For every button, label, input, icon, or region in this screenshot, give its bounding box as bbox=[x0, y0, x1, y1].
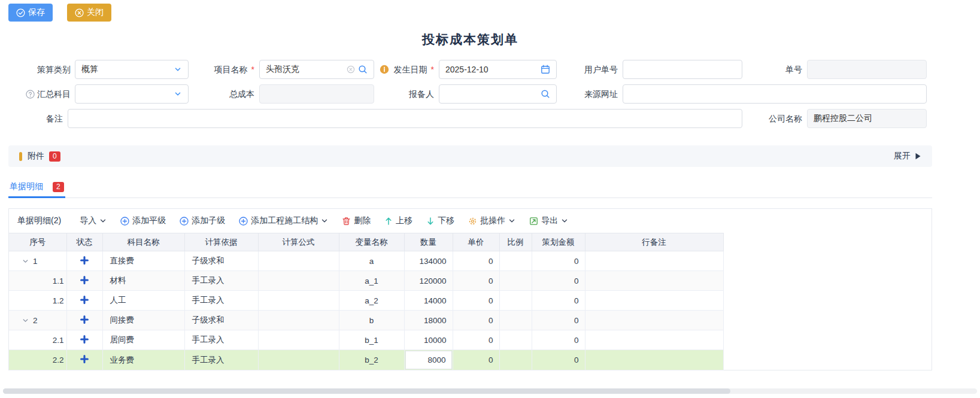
project-value: 头孢沃克 bbox=[266, 64, 344, 75]
cell-formula bbox=[258, 350, 339, 370]
plus-icon[interactable] bbox=[80, 335, 89, 344]
toolbar-button-delete[interactable]: 删除 bbox=[342, 215, 371, 226]
toolbar-button-batch[interactable]: 批操作 bbox=[468, 215, 515, 226]
plus-icon[interactable] bbox=[80, 315, 89, 324]
toolbar-button-add-sibling[interactable]: 添加平级 bbox=[120, 215, 166, 226]
gear-icon bbox=[468, 217, 477, 226]
cell-ratio bbox=[499, 350, 532, 370]
cell-status bbox=[66, 271, 102, 291]
table-row[interactable]: 1.2人工手工录入a_21400000 bbox=[9, 291, 723, 311]
calendar-icon[interactable] bbox=[541, 65, 550, 74]
toolbar-button-export[interactable]: 导出 bbox=[529, 215, 568, 226]
cell-name: 间接费 bbox=[102, 311, 184, 330]
cell-basis: 手工录入 bbox=[184, 330, 258, 350]
scrollbar-thumb[interactable] bbox=[3, 388, 730, 394]
table-row[interactable]: 2间接费子级求和b1800000 bbox=[9, 311, 723, 330]
summary-select[interactable] bbox=[75, 84, 189, 104]
cell-amount: 0 bbox=[532, 271, 585, 291]
cell-name: 直接费 bbox=[102, 251, 184, 271]
search-icon[interactable] bbox=[541, 89, 550, 99]
top-action-bar: 保存 关闭 bbox=[8, 4, 111, 22]
cell-qty: 134000 bbox=[404, 251, 453, 271]
reporter-input[interactable] bbox=[439, 84, 557, 104]
col-header-amount: 策划金额 bbox=[532, 233, 585, 251]
toolbar-button-group: 导入添加平级添加子级添加工程施工结构删除上移下移批操作导出 bbox=[80, 215, 568, 226]
cell-price: 0 bbox=[453, 330, 499, 350]
cell-name: 居间费 bbox=[102, 330, 184, 350]
save-button[interactable]: 保存 bbox=[8, 4, 53, 22]
plus-icon[interactable] bbox=[80, 256, 89, 265]
toolbar-button-move-down[interactable]: 下移 bbox=[426, 215, 454, 226]
row-number: 1.2 bbox=[9, 296, 66, 305]
table-row[interactable]: 1直接费子级求和a13400000 bbox=[9, 251, 723, 271]
tree-caret-icon[interactable] bbox=[22, 317, 29, 324]
project-input[interactable]: 头孢沃克 bbox=[259, 60, 374, 79]
cell-name: 业务费 bbox=[102, 350, 184, 370]
category-select[interactable]: 概算 bbox=[75, 60, 189, 79]
cell-amount: 0 bbox=[532, 350, 585, 370]
page-title: 投标成本策划单 bbox=[0, 31, 940, 48]
remark-input[interactable] bbox=[68, 109, 742, 128]
source-url-input[interactable] bbox=[623, 84, 927, 104]
detail-section: 单据明细(2) 导入添加平级添加子级添加工程施工结构删除上移下移批操作导出 序号… bbox=[8, 208, 932, 370]
cell-qty: 10000 bbox=[404, 330, 453, 350]
chevron-down-icon[interactable] bbox=[174, 90, 182, 98]
col-header-status: 状态 bbox=[66, 233, 102, 251]
table-row[interactable]: 2.1居间费手工录入b_11000000 bbox=[9, 330, 723, 350]
expand-label: 展开 bbox=[894, 151, 911, 162]
export-icon bbox=[529, 217, 538, 226]
toolbar-button-label: 导入 bbox=[80, 215, 96, 226]
close-button[interactable]: 关闭 bbox=[67, 4, 111, 22]
toolbar-button-label: 导出 bbox=[541, 215, 558, 226]
row-number: 2.2 bbox=[9, 356, 66, 364]
plus-icon[interactable] bbox=[80, 276, 89, 284]
chevron-down-icon[interactable] bbox=[174, 65, 182, 74]
cell-qty: 120000 bbox=[404, 271, 453, 291]
arrow-down-icon bbox=[426, 217, 435, 226]
toolbar-button-move-up[interactable]: 上移 bbox=[384, 215, 412, 226]
col-header-price: 单价 bbox=[453, 233, 499, 251]
horizontal-scrollbar[interactable] bbox=[3, 388, 977, 394]
tab-detail-badge: 2 bbox=[53, 182, 64, 192]
row-number: 2 bbox=[33, 316, 38, 325]
tree-caret-icon[interactable] bbox=[22, 258, 29, 265]
cell-qty: 18000 bbox=[404, 311, 453, 330]
toolbar-button-add-child[interactable]: 添加子级 bbox=[180, 215, 225, 226]
attachment-count-badge: 0 bbox=[49, 151, 60, 162]
question-icon[interactable] bbox=[26, 90, 35, 99]
project-label: 项目名称* bbox=[192, 60, 254, 79]
total-cost-input bbox=[259, 84, 374, 104]
user-no-input[interactable] bbox=[623, 60, 742, 79]
toolbar-button-label: 删除 bbox=[354, 215, 371, 226]
circle-plus-icon bbox=[239, 217, 248, 226]
company-label: 公司名称 bbox=[740, 109, 802, 128]
qty-editor[interactable]: 8000 bbox=[405, 351, 452, 369]
chevron-down-icon bbox=[561, 217, 568, 224]
tab-detail[interactable]: 单据明细 2 bbox=[8, 177, 65, 198]
expand-button[interactable]: 展开 bbox=[894, 151, 921, 162]
cell-var: b_1 bbox=[339, 330, 404, 350]
plus-icon[interactable] bbox=[80, 296, 89, 304]
cell-qty: 8000 bbox=[404, 350, 453, 370]
arrow-up-icon bbox=[384, 217, 393, 226]
table-row[interactable]: 2.2业务费手工录入b_2800000 bbox=[9, 350, 723, 370]
cell-formula bbox=[258, 251, 339, 271]
cell-price: 0 bbox=[453, 271, 499, 291]
table-row[interactable]: 1.1材料手工录入a_112000000 bbox=[9, 271, 723, 291]
cell-no: 1 bbox=[9, 251, 66, 271]
cell-ratio bbox=[499, 271, 532, 291]
cell-status bbox=[66, 251, 102, 271]
category-label: 策算类别 bbox=[8, 60, 71, 79]
header-form: 策算类别 概算 项目名称* 头孢沃克 发生日期* 2025-12-10 用户单号… bbox=[0, 60, 980, 138]
toolbar-button-import[interactable]: 导入 bbox=[80, 215, 107, 226]
clear-icon[interactable] bbox=[347, 65, 355, 74]
date-input[interactable]: 2025-12-10 bbox=[439, 60, 557, 79]
toolbar-button-add-structure[interactable]: 添加工程施工结构 bbox=[239, 215, 328, 226]
plus-icon[interactable] bbox=[80, 355, 89, 363]
cell-ratio bbox=[499, 291, 532, 311]
col-header-name: 科目名称 bbox=[102, 233, 184, 251]
date-value: 2025-12-10 bbox=[445, 65, 538, 74]
search-icon[interactable] bbox=[358, 65, 368, 74]
cell-remark bbox=[585, 330, 723, 350]
attachment-bar[interactable]: 附件 0 展开 bbox=[8, 145, 932, 167]
